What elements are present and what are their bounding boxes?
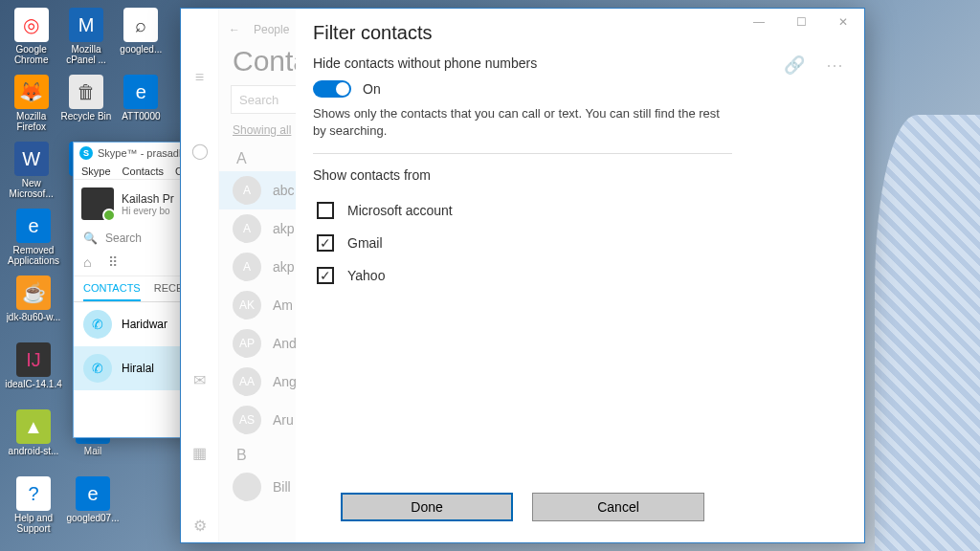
close-button[interactable]: ✕: [822, 9, 864, 35]
checkbox[interactable]: ✓: [317, 267, 334, 284]
desktop-icon[interactable]: eATT0000: [114, 71, 168, 138]
contact-name: Haridwar: [122, 318, 167, 331]
search-icon: 🔍: [83, 231, 98, 245]
avatar: A: [233, 214, 261, 243]
self-name: Kailash Pr: [122, 192, 174, 206]
phone-icon: ✆: [83, 310, 112, 339]
tab-recent[interactable]: RECE: [154, 282, 184, 301]
contact-name: akp: [273, 221, 295, 236]
desktop-icon[interactable]: ☕jdk-8u60-w...: [4, 272, 63, 339]
hide-contacts-description: Shows only the contacts that you can cal…: [313, 105, 732, 154]
link-icon[interactable]: 🔗: [784, 55, 805, 76]
contact-name: Hiralal: [122, 362, 154, 375]
search-placeholder: Search: [105, 231, 142, 245]
skype-title-text: Skype™ - prasadka: [98, 147, 190, 159]
self-status: Hi every bo: [122, 206, 174, 216]
avatar: A: [233, 253, 261, 281]
avatar: [233, 473, 261, 501]
skype-menu-item[interactable]: Skype: [81, 165, 111, 177]
desktop-icon[interactable]: MMozilla cPanel ...: [58, 4, 113, 71]
hide-contacts-toggle[interactable]: [313, 80, 351, 98]
done-button[interactable]: Done: [341, 493, 513, 521]
contact-name: Am: [273, 298, 293, 313]
hamburger-icon[interactable]: ≡: [181, 60, 219, 95]
contact-name: abc: [273, 183, 295, 198]
desktop-icon[interactable]: IJidealC-14.1.4: [4, 339, 63, 406]
back-button[interactable]: ←: [229, 23, 240, 36]
contact-name: Bill: [273, 479, 291, 495]
desktop-icon[interactable]: 🦊Mozilla Firefox: [4, 71, 58, 138]
contact-name: Ang: [273, 374, 297, 389]
desktop-icon[interactable]: ⌕googled...: [114, 4, 168, 71]
checkbox[interactable]: ✓: [317, 234, 334, 252]
more-icon[interactable]: ⋯: [826, 55, 843, 76]
search-placeholder: Search: [239, 93, 278, 107]
cancel-button[interactable]: Cancel: [532, 493, 704, 521]
dialog-title: Filter contacts: [296, 9, 749, 55]
avatar: AA: [233, 367, 261, 396]
skype-icon: S: [79, 146, 93, 160]
account-label: Gmail: [347, 235, 383, 251]
account-label: Microsoft account: [347, 203, 453, 218]
filter-contacts-dialog: Filter contacts Hide contacts without ph…: [296, 8, 749, 543]
desktop-icon[interactable]: 🗑Recycle Bin: [58, 71, 113, 138]
toggle-state: On: [363, 81, 381, 97]
calendar-icon[interactable]: ▦: [181, 435, 219, 470]
contact-name: Aru: [273, 412, 294, 428]
person-icon[interactable]: ◯: [181, 133, 219, 167]
account-checkbox-row[interactable]: ✓ Yahoo: [313, 259, 732, 292]
header-label: People: [254, 23, 289, 36]
skype-menu-item[interactable]: Contacts: [122, 165, 164, 177]
avatar: A: [233, 176, 261, 205]
hide-contacts-label: Hide contacts without phone numbers: [313, 55, 732, 71]
maximize-button[interactable]: ☐: [780, 9, 822, 35]
avatar: AS: [233, 406, 261, 434]
account-label: Yahoo: [347, 268, 385, 283]
tab-contacts[interactable]: CONTACTS: [83, 282, 141, 301]
desktop-icon[interactable]: egoogled07...: [63, 473, 122, 540]
account-checkbox-row[interactable]: ✓ Gmail: [313, 227, 732, 259]
background-person: [875, 115, 980, 551]
avatar: AP: [233, 329, 261, 358]
desktop-icon[interactable]: eRemoved Applications: [4, 205, 63, 272]
desktop-icon[interactable]: ▲android-st...: [4, 406, 63, 473]
contact-name: And: [273, 336, 297, 351]
people-nav-rail: ≡ ◯ ✉ ▦ ⚙: [181, 9, 219, 542]
mail-icon[interactable]: ✉: [181, 363, 219, 397]
home-icon[interactable]: ⌂: [83, 254, 91, 270]
phone-icon: ✆: [83, 354, 112, 383]
contact-name: akp: [273, 259, 295, 275]
desktop-icon[interactable]: WNew Microsof...: [4, 138, 58, 205]
window-controls: — ☐ ✕: [738, 9, 864, 35]
desktop-icon[interactable]: ◎Google Chrome: [4, 4, 58, 71]
show-from-label: Show contacts from: [313, 167, 732, 183]
dialpad-icon[interactable]: ⠿: [108, 254, 118, 270]
avatar: [81, 187, 114, 220]
account-checkbox-row[interactable]: Microsoft account: [313, 194, 732, 227]
desktop-icon[interactable]: ?Help and Support: [4, 473, 63, 540]
avatar: AK: [233, 291, 261, 320]
settings-icon[interactable]: ⚙: [181, 508, 219, 542]
checkbox[interactable]: [317, 202, 334, 219]
